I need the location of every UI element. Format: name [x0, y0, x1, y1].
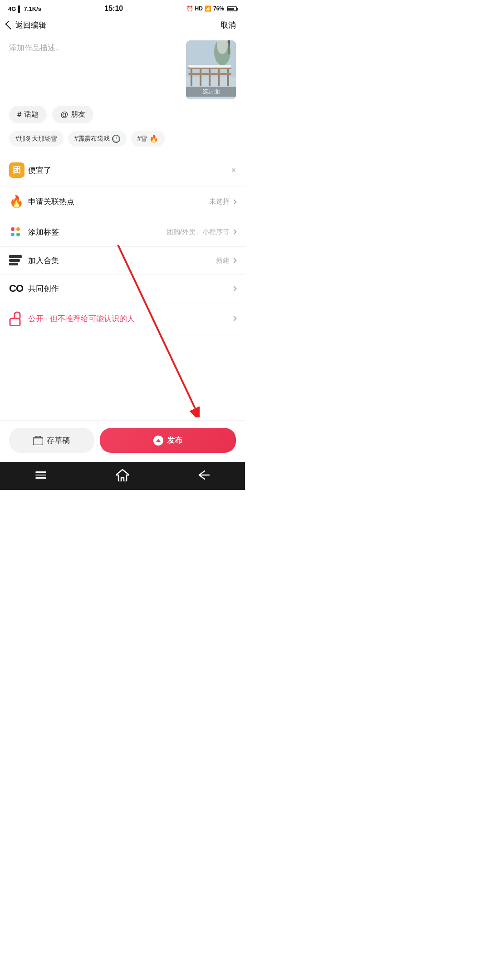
- hotspot-menu-item[interactable]: 🔥 申请关联热点 未选择: [0, 186, 245, 217]
- cocreate-label: 共同创作: [28, 284, 232, 294]
- at-icon: @: [60, 110, 68, 119]
- nav-bar: 返回编辑 取消: [0, 15, 245, 37]
- privacy-menu-item[interactable]: 公开 · 但不推荐给可能认识的人: [0, 303, 245, 334]
- collection-chevron-icon: [231, 258, 236, 263]
- clock-icon: 🕐: [112, 135, 120, 143]
- privacy-label: 公开 · 但不推荐给可能认识的人: [28, 314, 232, 324]
- hotspot-chevron-icon: [231, 199, 236, 204]
- close-icon: ×: [231, 166, 236, 175]
- hashtag-chip-2-text: #霹雳布袋戏: [74, 135, 110, 143]
- cocreate-menu-item[interactable]: co 共同创作: [0, 274, 245, 303]
- description-area: 添加作品描述..: [0, 37, 245, 106]
- meituan-label: 便宜了: [28, 165, 231, 176]
- privacy-chevron-icon: [231, 316, 236, 321]
- battery-icon: [227, 6, 237, 11]
- chevron-left-icon: [5, 21, 14, 29]
- tags-right: 团购/外卖、小程序等: [167, 228, 236, 236]
- collection-right-label: 新建: [216, 256, 230, 265]
- topic-label: 话题: [24, 110, 39, 119]
- status-left: 4G ▌ 7.1K/s: [8, 5, 41, 12]
- svg-rect-14: [9, 255, 22, 258]
- svg-rect-17: [10, 318, 20, 326]
- meituan-icon: 团: [9, 162, 24, 178]
- wifi-icon: 📶: [205, 5, 211, 12]
- collection-label: 加入合集: [28, 255, 216, 266]
- topic-button[interactable]: # 话题: [9, 106, 47, 123]
- friend-label: 朋友: [71, 110, 85, 119]
- layers-icon: [9, 255, 22, 266]
- status-bar: 4G ▌ 7.1K/s 15:10 ⏰ HD 📶 76%: [0, 0, 245, 15]
- tags-menu-item[interactable]: 添加标签 团购/外卖、小程序等: [0, 217, 245, 247]
- publish-button[interactable]: 发布: [100, 428, 236, 453]
- dots-icon-wrapper: [9, 225, 28, 238]
- lock-open-icon: [9, 311, 21, 326]
- svg-rect-15: [9, 259, 20, 262]
- draft-label: 存草稿: [47, 435, 70, 446]
- hotspot-right-label: 未选择: [209, 197, 230, 206]
- hashtag-chip-3[interactable]: #雪 🔥: [131, 131, 165, 147]
- back-label: 返回编辑: [15, 20, 46, 30]
- cocreate-right: [232, 287, 236, 290]
- tags-chevron-icon: [231, 229, 236, 234]
- friend-button[interactable]: @ 朋友: [52, 106, 93, 123]
- home-icon: [116, 469, 129, 481]
- cover-image[interactable]: 选封面: [186, 40, 236, 99]
- signal-text: 4G: [8, 5, 16, 12]
- hashtag-chip-1-text: #那冬天那场雪: [15, 135, 57, 143]
- fire-icon-wrapper: 🔥: [9, 195, 28, 209]
- hotspot-label: 申请关联热点: [28, 196, 209, 207]
- meituan-close[interactable]: ×: [231, 166, 236, 175]
- tags-label: 添加标签: [28, 227, 167, 237]
- meituan-icon-wrapper: 团: [9, 162, 28, 178]
- tags-right-label: 团购/外卖、小程序等: [167, 228, 230, 236]
- collection-menu-item[interactable]: 加入合集 新建: [0, 247, 245, 274]
- svg-rect-20: [33, 438, 43, 445]
- co-text-icon: co: [9, 283, 23, 294]
- nav-back-button[interactable]: [193, 468, 216, 482]
- cocreate-chevron-icon: [231, 286, 236, 291]
- fire-chip-icon: 🔥: [149, 134, 158, 143]
- battery-percent: 76%: [213, 5, 224, 12]
- hd-label: HD: [195, 5, 203, 12]
- draft-icon: [33, 436, 43, 445]
- menu-section: 团 便宜了 × 🔥 申请关联热点 未选择: [0, 154, 245, 334]
- meituan-icon-text: 团: [13, 165, 21, 176]
- hashtag-chip-1[interactable]: #那冬天那场雪: [9, 131, 64, 147]
- hash-icon: #: [17, 110, 21, 119]
- flex-spacer: [0, 334, 245, 420]
- status-right: ⏰ HD 📶 76%: [186, 5, 237, 12]
- hotspot-right: 未选择: [209, 197, 236, 206]
- svg-rect-16: [9, 263, 18, 265]
- alarm-icon: ⏰: [186, 5, 193, 12]
- speed-text: 7.1K/s: [24, 5, 41, 12]
- layers-icon-wrapper: [9, 255, 28, 266]
- time-display: 15:10: [104, 5, 123, 13]
- tag-buttons-row: # 话题 @ 朋友: [0, 106, 245, 131]
- hotspot-fire-icon: 🔥: [9, 195, 24, 209]
- bottom-toolbar: 存草稿 发布: [0, 420, 245, 462]
- description-input[interactable]: 添加作品描述..: [9, 40, 181, 86]
- upload-icon: [153, 436, 163, 446]
- publish-label: 发布: [167, 435, 182, 446]
- main-wrapper: 4G ▌ 7.1K/s 15:10 ⏰ HD 📶 76% 返回编辑 取消 添加作…: [0, 0, 245, 490]
- cover-label[interactable]: 选封面: [186, 87, 236, 97]
- back-button[interactable]: 返回编辑: [7, 20, 46, 30]
- lock-icon-wrapper: [9, 311, 28, 326]
- tags-dots-icon: [9, 225, 22, 238]
- hashtag-chip-2[interactable]: #霹雳布袋戏 🕐: [68, 131, 127, 147]
- co-icon-wrapper: co: [9, 283, 28, 294]
- collection-right: 新建: [216, 256, 236, 265]
- signal-bars: ▌: [18, 5, 22, 12]
- cancel-button[interactable]: 取消: [220, 20, 236, 30]
- privacy-right: [232, 317, 236, 320]
- hashtag-chips-row: #那冬天那场雪 #霹雳布袋戏 🕐 #雪 🔥: [0, 131, 245, 154]
- nav-menu-button[interactable]: [29, 468, 52, 482]
- nav-home-button[interactable]: [111, 468, 134, 482]
- hashtag-chip-3-text: #雪: [137, 135, 147, 143]
- meituan-menu-item[interactable]: 团 便宜了 ×: [0, 154, 245, 186]
- svg-marker-21: [116, 470, 129, 481]
- upload-arrow-icon: [156, 439, 161, 442]
- hamburger-icon: [35, 471, 46, 479]
- draft-button[interactable]: 存草稿: [9, 428, 94, 453]
- back-icon: [198, 470, 210, 480]
